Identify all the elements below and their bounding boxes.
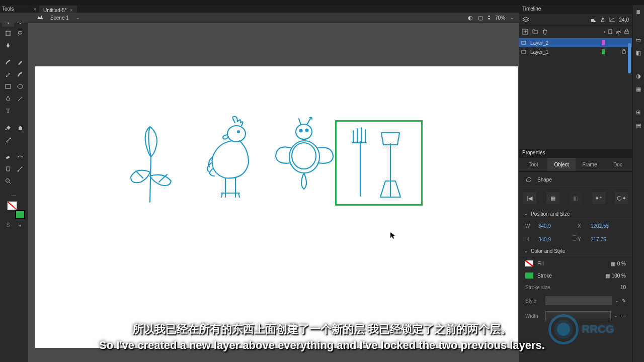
- break-apart-button[interactable]: ⬡✦: [615, 192, 628, 204]
- zoom-chevron-icon[interactable]: ⌄: [510, 15, 514, 20]
- tab-doc[interactable]: Doc: [604, 158, 632, 171]
- camera-icon[interactable]: ■▸: [591, 17, 596, 23]
- svg-rect-10: [20, 126, 21, 127]
- clip-icon[interactable]: ▢: [478, 15, 483, 21]
- layer-row[interactable]: Layer_1: [519, 47, 632, 56]
- width-more-icon[interactable]: ⋯: [621, 313, 626, 319]
- eyedropper-tool[interactable]: [2, 134, 14, 145]
- brush-tool[interactable]: [2, 57, 14, 68]
- free-transform-tool[interactable]: [2, 28, 14, 39]
- paint-bucket-tool[interactable]: [2, 122, 14, 133]
- x-value[interactable]: 1202,55: [591, 223, 626, 229]
- dock-swatches-icon[interactable]: ▦: [632, 82, 644, 96]
- align-distribute-button[interactable]: ◧: [569, 192, 582, 204]
- paint-brush-tool[interactable]: [14, 57, 26, 68]
- link-dimensions-icon[interactable]: ⎯⊏⎯⊐: [525, 231, 626, 235]
- svg-point-22: [300, 130, 302, 132]
- y-value[interactable]: 217,75: [591, 237, 626, 242]
- scene-name[interactable]: Scene 1: [50, 15, 69, 21]
- lasso-tool[interactable]: [14, 28, 26, 39]
- style-edit-icon[interactable]: ✎: [622, 298, 626, 304]
- align-center-button[interactable]: ▦: [546, 192, 559, 204]
- tab-tool[interactable]: Tool: [519, 158, 547, 171]
- convert-button[interactable]: ✦⁺: [592, 192, 605, 204]
- stepper-icon[interactable]: ▴▾: [488, 15, 490, 21]
- color-style-section[interactable]: ⌄ Color and Style: [519, 245, 632, 257]
- layer-name[interactable]: Layer_1: [529, 49, 600, 55]
- fill-color-swatch[interactable]: [525, 260, 533, 266]
- bone-tool[interactable]: [14, 163, 26, 174]
- lock-icon[interactable]: [622, 49, 626, 55]
- svg-point-3: [6, 35, 7, 36]
- stroke-style-select[interactable]: [545, 296, 612, 305]
- layers-icon[interactable]: [522, 17, 529, 24]
- dock-history-icon[interactable]: ▤: [632, 119, 644, 132]
- stage[interactable]: [28, 23, 519, 362]
- new-layer-icon[interactable]: [522, 29, 528, 36]
- layer-row[interactable]: Layer_2: [519, 38, 632, 47]
- graph-icon[interactable]: [609, 17, 615, 23]
- width-chevron-icon[interactable]: ⌄: [614, 313, 618, 318]
- outline-icon[interactable]: [608, 29, 612, 35]
- eraser-tool[interactable]: [2, 151, 14, 162]
- classic-brush-tool[interactable]: [14, 69, 26, 80]
- scene-icon[interactable]: [36, 14, 43, 21]
- layer-name[interactable]: Layer_2: [529, 40, 600, 46]
- ink-bottle-tool[interactable]: [14, 122, 26, 133]
- fill-color-swatch[interactable]: [15, 210, 25, 219]
- scene-menu-chevron-icon[interactable]: ⌄: [76, 15, 80, 20]
- fluid-brush-tool[interactable]: [2, 40, 14, 51]
- tab-close-prev[interactable]: ×: [33, 6, 36, 12]
- lock-column-icon[interactable]: [624, 29, 629, 35]
- width-tool[interactable]: [14, 151, 26, 162]
- pen-tool[interactable]: [2, 93, 14, 104]
- edit-bar: Scene 1 ⌄ ◐ ▢ ▴▾ 70% ⌄: [0, 13, 519, 23]
- zoom-tool[interactable]: [2, 175, 14, 187]
- stroke-color-swatch[interactable]: [525, 273, 533, 279]
- style-chevron-icon[interactable]: ⌄: [615, 298, 619, 303]
- dock-transform-icon[interactable]: ⊞: [632, 106, 644, 119]
- new-folder-icon[interactable]: [532, 29, 538, 36]
- zoom-level[interactable]: 70%: [495, 15, 505, 21]
- position-size-section[interactable]: ⌄ Position and Size: [519, 208, 632, 220]
- delete-layer-icon[interactable]: [542, 29, 547, 36]
- h-value[interactable]: 340,9: [538, 237, 574, 242]
- timeline-scrollbar[interactable]: [628, 43, 631, 73]
- align-left-button[interactable]: |◀: [523, 192, 536, 204]
- svg-line-15: [18, 167, 22, 171]
- highlight-icon[interactable]: [604, 31, 605, 33]
- dock-menu-icon[interactable]: ≣: [632, 5, 644, 18]
- properties-panel-title: Properties: [519, 149, 632, 158]
- corner-icon: ↳: [18, 222, 22, 228]
- dock-align-icon[interactable]: ▭: [632, 33, 644, 46]
- stroke-opacity[interactable]: 100 %: [612, 273, 626, 279]
- layer-depth-icon[interactable]: [600, 17, 605, 23]
- line-tool[interactable]: [14, 93, 26, 104]
- tab-frame[interactable]: Frame: [576, 158, 604, 171]
- w-label: W: [525, 223, 534, 229]
- tab-object[interactable]: Object: [547, 158, 576, 171]
- stroke-color-swatch[interactable]: [7, 201, 17, 210]
- pencil-tool[interactable]: [2, 69, 14, 80]
- w-value[interactable]: 340,9: [538, 223, 574, 229]
- visibility-icon[interactable]: [615, 29, 621, 35]
- oval-tool[interactable]: [14, 81, 26, 92]
- more-tools-icon[interactable]: ⋯: [2, 193, 26, 199]
- close-icon[interactable]: ×: [70, 8, 73, 13]
- svg-rect-32: [625, 31, 628, 34]
- sketch-garden-tools: [335, 122, 424, 207]
- dock-library-icon[interactable]: ◧: [632, 46, 644, 59]
- asset-warp-tool[interactable]: [2, 163, 14, 174]
- chevron-down-icon: ⌄: [524, 249, 528, 253]
- fill-opacity[interactable]: 0 %: [617, 261, 626, 266]
- rectangle-tool[interactable]: [2, 81, 14, 92]
- dock-color-icon[interactable]: ◑: [632, 69, 644, 82]
- stroke-size-value[interactable]: 10: [620, 285, 626, 290]
- stroke-label: Stroke: [537, 273, 552, 279]
- width-profile-select[interactable]: [545, 311, 611, 320]
- canvas[interactable]: [35, 66, 518, 348]
- text-tool[interactable]: T: [2, 105, 14, 116]
- svg-point-6: [18, 84, 23, 88]
- onion-skin-icon[interactable]: ◐: [468, 15, 473, 21]
- opacity-icon: ▦: [605, 273, 610, 279]
